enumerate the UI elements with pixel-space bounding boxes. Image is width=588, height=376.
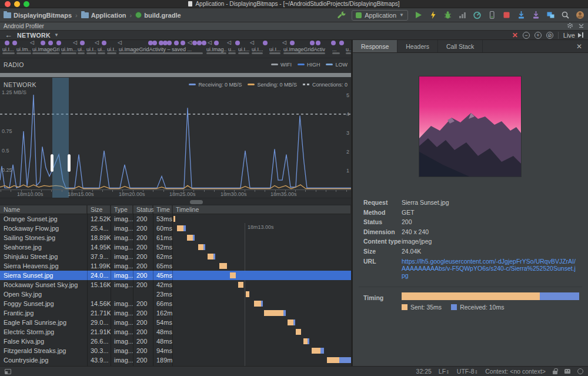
activity-segment[interactable]: ui.I... xyxy=(107,46,116,55)
table-row[interactable]: Seahorse.jpg14.95Kimag...20052ms xyxy=(0,242,351,252)
touch-event-icon[interactable] xyxy=(339,41,344,45)
column-separator[interactable] xyxy=(87,205,88,366)
activity-segment[interactable]: ui.I... xyxy=(252,46,263,55)
activity-segment[interactable]: ui.... xyxy=(98,46,105,55)
back-event-icon[interactable]: ◁ xyxy=(282,39,286,45)
table-row[interactable]: Open Sky.jpg23ms xyxy=(0,290,351,299)
touch-event-icon[interactable] xyxy=(310,41,315,45)
column-separator[interactable] xyxy=(133,205,133,366)
stop-icon[interactable] xyxy=(502,11,511,20)
touch-event-icon[interactable] xyxy=(56,41,61,45)
tool-window-toggle-icon[interactable] xyxy=(5,369,11,374)
table-row[interactable]: Electric Storm.jpg21.91Kimag...20048ms xyxy=(0,327,351,337)
hide-tool-window-icon[interactable] xyxy=(578,22,584,30)
back-event-icon[interactable]: ◁ xyxy=(250,39,254,45)
table-row[interactable]: Eagle Fall Sunrise.jpg29.0...imag...2005… xyxy=(0,318,351,327)
touch-event-icon[interactable] xyxy=(41,41,45,45)
touch-event-icon[interactable] xyxy=(167,41,172,45)
activity-segment[interactable]: ui.I... xyxy=(238,46,249,55)
column-header-timeline[interactable]: Timeline xyxy=(172,205,351,214)
breadcrumb-file[interactable]: build.gradle xyxy=(135,12,181,19)
touch-event-icon[interactable] xyxy=(80,41,85,45)
activity-segment[interactable]: ui.Im... xyxy=(16,46,31,55)
touch-event-icon[interactable] xyxy=(290,41,295,45)
url-link[interactable]: https://lh5.googleusercontent.com/-dJgje… xyxy=(402,258,578,279)
table-row[interactable]: Sierra Sunset.jpg24.0...imag...20045ms xyxy=(0,271,351,280)
table-row[interactable]: Sailing Stones.jpg18.89Kimag...20061ms xyxy=(0,233,351,242)
run-icon[interactable] xyxy=(413,11,423,20)
back-event-icon[interactable]: ◁ xyxy=(188,39,192,45)
avatar[interactable] xyxy=(575,11,584,20)
end-session-button[interactable]: ✕ xyxy=(512,31,518,39)
event-timeline[interactable]: ◁◁◁◁◁◁◁◁◁ xyxy=(0,40,351,46)
device-icon[interactable] xyxy=(487,11,496,20)
notifications-icon[interactable] xyxy=(577,368,583,374)
table-row[interactable]: Fitzgerald Streaks.jpg30.3...imag...2009… xyxy=(0,346,351,355)
encoding-select[interactable]: UTF-8↕ xyxy=(457,368,478,375)
zoom-out-button[interactable]: − xyxy=(523,32,530,39)
touch-event-icon[interactable] xyxy=(12,41,17,45)
run-configuration-select[interactable]: Application ▼ xyxy=(352,10,408,21)
table-row[interactable]: Frantic.jpg21.71Kimag...200162ms xyxy=(0,308,351,318)
activity-segment[interactable]: ui.I... xyxy=(2,46,15,55)
touch-event-icon[interactable] xyxy=(202,41,206,45)
column-header-name[interactable]: Name xyxy=(0,205,87,214)
activity-segment[interactable]: ui.ImageGrid... xyxy=(32,46,59,55)
activity-segment[interactable]: ui... xyxy=(78,46,85,55)
activity-segment[interactable]: ... xyxy=(332,46,340,55)
debug-icon[interactable] xyxy=(443,11,452,20)
table-row[interactable]: Shinjuku Street.jpg37.9...imag...20062ms xyxy=(0,252,351,261)
touch-event-icon[interactable] xyxy=(152,41,157,45)
touch-event-icon[interactable] xyxy=(331,41,336,45)
back-button[interactable]: ← xyxy=(5,32,12,39)
table-row[interactable]: False Kiva.jpg26.6...imag...20048ms xyxy=(0,337,351,346)
column-header-time[interactable]: Time xyxy=(153,205,172,214)
line-ending-select[interactable]: LF↕ xyxy=(439,368,450,375)
touch-event-icon[interactable] xyxy=(263,41,268,45)
context-indicator[interactable]: Context: <no context> xyxy=(485,368,546,375)
horizontal-scrollbar[interactable] xyxy=(0,198,351,205)
zoom-in-button[interactable]: + xyxy=(534,32,542,39)
table-row[interactable]: Orange Sunset.jpg12.52Kimag...20053ms xyxy=(0,214,351,224)
table-header[interactable]: NameSizeTypeStatusTimeTimeline xyxy=(0,205,351,214)
touch-event-icon[interactable] xyxy=(174,41,179,45)
touch-event-icon[interactable] xyxy=(316,41,320,45)
selection-handle-left[interactable] xyxy=(51,154,54,172)
touch-event-icon[interactable] xyxy=(214,41,219,45)
touch-event-icon[interactable] xyxy=(48,41,53,45)
search-icon[interactable] xyxy=(560,11,570,20)
column-separator[interactable] xyxy=(111,205,111,366)
build-wrench-icon[interactable] xyxy=(337,11,346,20)
touch-event-icon[interactable] xyxy=(235,41,240,45)
caret-position[interactable]: 32:25 xyxy=(416,368,432,375)
column-separator[interactable] xyxy=(153,205,153,366)
back-event-icon[interactable]: ◁ xyxy=(73,39,77,45)
profiler-icon[interactable] xyxy=(472,11,482,20)
activity-segment[interactable]: ui.ImageGridActivity ... xyxy=(283,46,325,55)
touch-event-icon[interactable] xyxy=(5,41,9,45)
touch-event-icon[interactable] xyxy=(102,41,106,45)
back-event-icon[interactable]: ◁ xyxy=(227,39,231,45)
activity-segment[interactable]: u... xyxy=(228,46,236,55)
network-chart[interactable]: 1.25 MB/S0.750.50.25 54321 xyxy=(0,89,351,189)
back-event-icon[interactable]: ◁ xyxy=(95,39,99,45)
breadcrumb-module[interactable]: Application xyxy=(81,12,126,19)
layout-inspector-icon[interactable] xyxy=(546,11,555,20)
attach-debugger-icon[interactable] xyxy=(516,11,526,20)
touch-event-icon[interactable] xyxy=(192,41,197,45)
table-row[interactable]: Countryside.jpg43.9...imag...200189ms xyxy=(0,355,351,365)
lock-icon[interactable] xyxy=(553,371,557,374)
activity-segment[interactable]: ui.I... xyxy=(269,46,280,55)
profile-disabled-icon[interactable] xyxy=(457,11,467,20)
touch-event-icon[interactable] xyxy=(181,41,185,45)
tab-call-stack[interactable]: Call Stack xyxy=(438,40,483,52)
table-row[interactable]: Foggy Sunset.jpg14.56Kimag...20066ms xyxy=(0,299,351,308)
tab-response[interactable]: Response xyxy=(353,40,397,52)
breadcrumb-project[interactable]: DisplayingBitmaps xyxy=(4,12,72,19)
column-separator[interactable] xyxy=(172,205,173,366)
table-row[interactable]: Rockaway Flow.jpg25.4...imag...20060ms xyxy=(0,224,351,233)
attach-profiler-icon[interactable] xyxy=(531,11,540,20)
reset-zoom-button[interactable]: ⊘ xyxy=(546,32,553,39)
column-header-status[interactable]: Status xyxy=(133,205,153,214)
scrollbar-handle[interactable] xyxy=(190,200,203,204)
